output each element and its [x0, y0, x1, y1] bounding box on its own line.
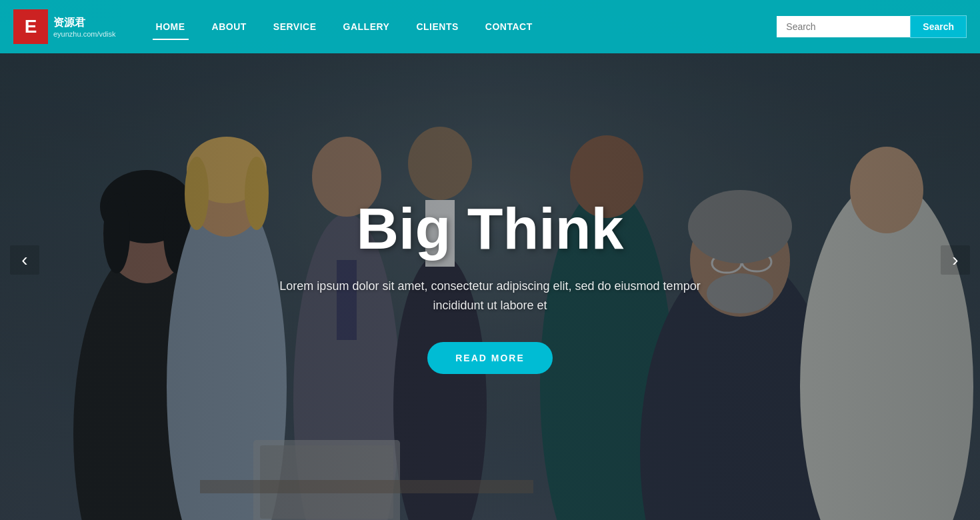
- hero-subtitle: Lorem ipsum dolor sit amet, consectetur …: [263, 277, 717, 315]
- logo-icon: E: [13, 9, 48, 44]
- nav-item-service[interactable]: SERVICE: [260, 3, 330, 51]
- logo-title: 资源君: [53, 16, 116, 30]
- logo-area[interactable]: E 资源君 eyunzhu.com/vdisk: [13, 9, 116, 44]
- nav-item-gallery[interactable]: GALLERY: [330, 3, 403, 51]
- hero-section: E 资源君 eyunzhu.com/vdisk HOME ABOUT SERVI…: [0, 0, 980, 520]
- search-input[interactable]: [777, 16, 910, 37]
- nav-item-contact[interactable]: CONTACT: [472, 3, 546, 51]
- search-button[interactable]: Search: [910, 15, 967, 38]
- site-header: E 资源君 eyunzhu.com/vdisk HOME ABOUT SERVI…: [0, 0, 980, 53]
- carousel-prev-button[interactable]: ‹: [10, 245, 39, 275]
- carousel-next-button[interactable]: ›: [941, 245, 970, 275]
- search-area: Search: [777, 15, 967, 38]
- main-nav: HOME ABOUT SERVICE GALLERY CLIENTS CONTA…: [143, 3, 777, 51]
- hero-title: Big Think: [357, 199, 624, 258]
- nav-item-about[interactable]: ABOUT: [199, 3, 260, 51]
- hero-content: Big Think Lorem ipsum dolor sit amet, co…: [0, 0, 980, 520]
- nav-item-clients[interactable]: CLIENTS: [403, 3, 471, 51]
- logo-subtitle: eyunzhu.com/vdisk: [53, 30, 116, 38]
- logo-text: 资源君 eyunzhu.com/vdisk: [53, 16, 116, 38]
- read-more-button[interactable]: READ MORE: [427, 342, 553, 374]
- nav-item-home[interactable]: HOME: [143, 3, 199, 51]
